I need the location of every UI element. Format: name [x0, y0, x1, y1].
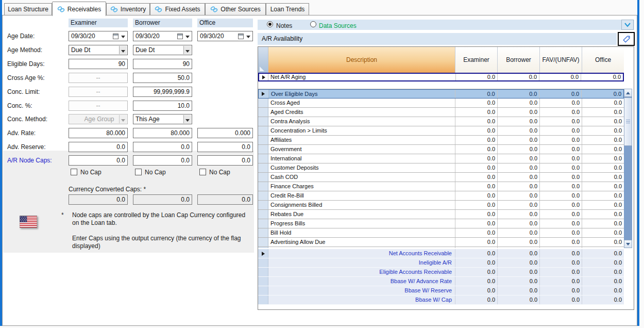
row-selector[interactable]: [258, 108, 268, 117]
row-selector[interactable]: [258, 210, 268, 219]
detail-row[interactable]: Over Eligible Days0.00.00.00.0: [258, 89, 624, 99]
adv-reserve-office-field[interactable]: 0.0: [197, 142, 253, 152]
tab-fixed-assets[interactable]: Fixed Assets: [150, 3, 205, 15]
conc-limit-borrower-field[interactable]: 99,999,999.9: [133, 87, 192, 97]
tag-button[interactable]: [618, 32, 635, 46]
row-selector[interactable]: [258, 249, 268, 258]
data-sources-radio[interactable]: [310, 21, 316, 27]
tab-inventory[interactable]: Inventory: [106, 3, 150, 15]
vertical-scrollbar[interactable]: [624, 89, 632, 248]
section-title-bar: A/R Availability: [258, 33, 617, 45]
notes-radio[interactable]: [267, 21, 273, 27]
row-selector[interactable]: [258, 191, 268, 200]
tab-receivables[interactable]: Receivables: [52, 2, 106, 16]
conc-method-borrower-dropdown[interactable]: This Age: [133, 114, 192, 124]
age-date-borrower-field[interactable]: 09/30/20: [133, 31, 192, 41]
row-value: 0.0: [498, 173, 540, 182]
detail-row[interactable]: Contra Analysis0.00.00.00.0: [258, 117, 624, 126]
tab-other-sources[interactable]: Other Sources: [205, 3, 266, 15]
row-selector[interactable]: [258, 296, 268, 304]
detail-row[interactable]: Cross Aged0.00.00.00.0: [258, 99, 624, 108]
row-selector[interactable]: [258, 117, 268, 126]
summary-row[interactable]: Bbase W/ Cap0.00.00.00.0: [258, 296, 624, 305]
chevron-down-icon: [121, 119, 125, 122]
dropdown-button[interactable]: [119, 46, 127, 54]
detail-row[interactable]: Government0.00.00.00.0: [258, 145, 624, 154]
detail-row[interactable]: Credit Re-Bill0.00.00.00.0: [258, 191, 624, 201]
row-selector[interactable]: [258, 145, 268, 154]
row-selector[interactable]: [259, 74, 268, 80]
net-ar-aging-row[interactable]: Net A/R Aging 0.0 0.0 0.0 0.0: [258, 73, 624, 81]
adv-rate-office-field[interactable]: 0.000: [197, 128, 253, 138]
row-selector[interactable]: [258, 247, 268, 248]
no-cap-checkbox-office[interactable]: [199, 169, 206, 175]
tab-loan-structure[interactable]: Loan Structure: [4, 3, 52, 15]
detail-row[interactable]: Unapplied Credits0.00.00.00.0: [258, 247, 624, 248]
summary-row[interactable]: Bbase W/ Advance Rate0.00.00.00.0: [258, 277, 624, 286]
scroll-up-button[interactable]: [624, 89, 632, 97]
no-cap-checkbox-borrower[interactable]: [135, 169, 142, 175]
ar-node-caps-borrower-field[interactable]: 0.0: [133, 155, 192, 166]
row-selector[interactable]: [258, 238, 268, 247]
row-selector[interactable]: [258, 201, 268, 209]
detail-row[interactable]: Consignments Billed0.00.00.00.0: [258, 201, 624, 210]
row-selector[interactable]: [258, 277, 268, 286]
row-selector[interactable]: [258, 154, 268, 163]
row-selector[interactable]: [258, 136, 268, 144]
age-method-borrower-dropdown[interactable]: Due Dt: [133, 45, 192, 55]
row-selector[interactable]: [258, 182, 268, 191]
detail-row[interactable]: Cash COD0.00.00.00.0: [258, 173, 624, 182]
summary-row[interactable]: Eligible Accounts Receivable0.00.00.00.0: [258, 268, 624, 277]
adv-rate-examiner-field[interactable]: 80.000: [69, 128, 128, 138]
age-date-office-field[interactable]: 09/30/20: [197, 31, 253, 41]
row-selector[interactable]: [258, 173, 268, 182]
row-selector[interactable]: [258, 219, 268, 228]
calendar-icon: [113, 34, 118, 39]
summary-row[interactable]: Bbase W/ Reserve0.00.00.00.0: [258, 286, 624, 296]
no-cap-checkbox-examiner[interactable]: [71, 169, 77, 175]
dropdown-button[interactable]: [183, 115, 191, 123]
current-row-arrow-icon: [262, 252, 265, 256]
detail-row[interactable]: Concentration > Limits0.00.00.00.0: [258, 126, 624, 136]
row-selector[interactable]: [258, 99, 268, 107]
tab-loan-trends[interactable]: Loan Trends: [266, 3, 309, 15]
adv-rate-borrower-field[interactable]: 80.000: [133, 128, 192, 138]
dropdown-button[interactable]: [183, 46, 191, 54]
scroll-down-button[interactable]: [624, 240, 632, 248]
summary-row[interactable]: Net Accounts Receivable0.00.00.00.0: [258, 249, 624, 258]
conc-pct-borrower-field[interactable]: 10.0: [133, 101, 192, 111]
detail-row[interactable]: Bill Hold0.00.00.00.0: [258, 228, 624, 238]
row-value: 0.0: [498, 228, 540, 237]
ar-node-caps-office-field[interactable]: 0.0: [197, 155, 253, 166]
age-date-examiner-field[interactable]: 09/30/20: [69, 31, 128, 41]
row-value: 0.0: [582, 210, 624, 219]
detail-row[interactable]: Affiliates0.00.00.00.0: [258, 136, 624, 145]
row-selector[interactable]: [258, 268, 268, 276]
ar-node-caps-examiner-field[interactable]: 0.0: [69, 155, 128, 166]
detail-row[interactable]: Aged Credits0.00.00.00.0: [258, 108, 624, 117]
detail-row[interactable]: Progress Bills0.00.00.00.0: [258, 219, 624, 228]
grid-corner-cell: [258, 47, 268, 73]
eligible-days-examiner-field[interactable]: 90: [69, 59, 128, 69]
detail-row[interactable]: Rebates Due0.00.00.00.0: [258, 210, 624, 219]
row-value: 0.0: [455, 126, 498, 135]
row-selector[interactable]: [258, 286, 268, 295]
adv-reserve-examiner-field[interactable]: 0.0: [69, 142, 128, 152]
detail-row[interactable]: International0.00.00.00.0: [258, 154, 624, 163]
detail-row[interactable]: Customer Deposits0.00.00.00.0: [258, 163, 624, 173]
row-selector[interactable]: [259, 90, 269, 98]
row-selector[interactable]: [258, 228, 268, 237]
detail-row[interactable]: Advertising Allow Due0.00.00.00.0: [258, 238, 624, 247]
cross-age-pct-borrower-field[interactable]: 50.0: [133, 73, 192, 83]
row-selector[interactable]: [258, 163, 268, 172]
adv-reserve-borrower-field[interactable]: 0.0: [133, 142, 192, 152]
detail-row[interactable]: Finance Charges0.00.00.00.0: [258, 182, 624, 191]
row-selector[interactable]: [258, 258, 268, 267]
footnote-line2: Enter Caps using the output currency (th…: [72, 235, 253, 250]
summary-row[interactable]: Ineligible A/R0.00.00.00.0: [258, 258, 624, 268]
scrollbar-thumb[interactable]: [624, 97, 632, 146]
age-method-examiner-dropdown[interactable]: Due Dt: [69, 45, 128, 55]
row-selector[interactable]: [258, 126, 268, 135]
collapse-panel-button[interactable]: [621, 20, 634, 30]
eligible-days-borrower-field[interactable]: 90: [133, 59, 192, 69]
